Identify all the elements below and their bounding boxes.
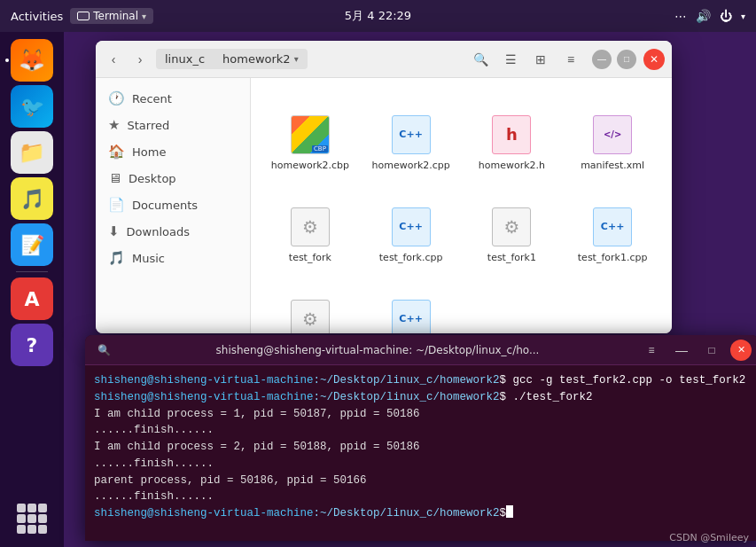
file-label: test_fork1.cpp [578,252,648,264]
system-menu-arrow[interactable]: ▾ [741,12,745,21]
recent-icon: 🕐 [108,90,125,106]
sidebar-item-music[interactable]: 🎵 Music [96,245,250,271]
sidebar-item-downloads[interactable]: ⬇ Downloads [96,218,250,245]
terminal-cursor [506,505,513,518]
file-manifest-xml[interactable]: </> manifest.xml [564,89,661,177]
rhythmbox-icon: 🎵 [20,188,44,210]
writer-icon: 📝 [20,234,44,256]
dock-item-firefox[interactable]: 🦊 [11,39,53,82]
documents-icon: 📄 [108,197,125,213]
file-label: manifest.xml [581,160,644,172]
sidebar-item-desktop[interactable]: 🖥 Desktop [96,165,250,191]
file-label: homework2.cpp [371,160,449,172]
file-test-fork2-cpp[interactable]: C++ test_fork2.cpp [362,273,460,333]
files-icon: 📁 [19,140,45,165]
network-icon[interactable]: ⋯ [674,9,687,23]
fm-maximize-button[interactable]: □ [617,50,636,69]
help-icon: ? [27,334,38,356]
cpp-file-icon-3: C++ [591,206,634,248]
file-homework2-cpp[interactable]: C++ homework2.cpp [362,89,460,177]
file-label: homework2.cbp [271,160,349,172]
file-test-fork-cpp[interactable]: C++ test_fork.cpp [362,181,460,270]
h-file-icon: h [490,113,533,156]
file-test-fork1-cpp[interactable]: C++ test_fork1.cpp [564,181,661,270]
fm-content: CBP homework2.cbp C++ homework2.cpp h ho… [251,78,672,333]
terminal-dropdown-arrow[interactable]: ▾ [142,12,146,21]
top-bar-right: ⋯ 🔊 ⏻ ▾ [674,9,745,23]
dock-item-help[interactable]: ? [11,324,53,366]
fm-view-list-button[interactable]: ☰ [498,47,523,72]
sidebar-item-documents[interactable]: 📄 Documents [96,191,250,218]
fm-back-button[interactable]: ‹ [103,49,124,70]
terminal-taskbar-item[interactable]: Terminal ▾ [70,8,153,24]
terminal-prompt-2: shisheng@shisheng-virtual-machine [94,389,314,406]
terminal-line-final: shisheng@shisheng-virtual-machine:~/Desk… [94,505,750,522]
term-search-button[interactable]: 🔍 [92,339,115,362]
file-test-fork[interactable]: ⚙ test_fork [261,181,359,270]
fm-search-button[interactable]: 🔍 [468,47,493,72]
activities-button[interactable]: Activities [11,10,63,23]
term-body[interactable]: shisheng@shisheng-virtual-machine:~/Desk… [85,365,756,541]
appcenter-icon: A [24,288,39,310]
fm-view-toggle-button[interactable]: ⊞ [528,47,553,72]
dock-item-thunderbird[interactable]: 🐦 [11,85,53,128]
terminal-output-4: ......finish...... [94,456,750,473]
top-bar-left: Activities Terminal ▾ [11,8,153,24]
xml-file-icon: </> [591,113,634,156]
apps-grid-icon [17,504,47,534]
fm-body: 🕐 Recent ★ Starred 🏠 Home 🖥 Desktop 📄 Do… [96,78,672,333]
breadcrumb-dropdown-icon[interactable]: ▾ [294,54,299,64]
term-minimize-button[interactable]: — [670,339,693,362]
cpp-file-icon-2: C++ [390,206,433,248]
terminal-output-3: I am child process = 2, pid = 50188, ppi… [94,439,750,456]
top-bar: Activities Terminal ▾ 5月 4 22:29 ⋯ 🔊 ⏻ ▾ [0,0,756,32]
starred-icon: ★ [108,117,120,133]
term-menu-button[interactable]: ≡ [640,339,663,362]
terminal-icon [77,12,90,20]
home-icon: 🏠 [108,144,125,160]
downloads-icon: ⬇ [108,223,120,239]
fm-breadcrumb-linux-c[interactable]: linux_c [156,49,214,69]
dock-item-writer[interactable]: 📝 [11,223,53,266]
firefox-icon: 🦊 [19,48,45,73]
thunderbird-icon: 🐦 [20,96,44,118]
dock-item-appcenter[interactable]: A [11,277,53,320]
music-icon: 🎵 [108,250,125,266]
file-test-fork2[interactable]: ⚙ test_fork2 [261,273,359,333]
fm-titlebar: ‹ › linux_c homework2 ▾ 🔍 ☰ ⊞ ≡ — □ ✕ [96,41,672,78]
term-close-button[interactable]: ✕ [730,340,752,361]
volume-icon[interactable]: 🔊 [696,9,711,23]
dock-item-files[interactable]: 📁 [11,131,53,174]
terminal-line-2: shisheng@shisheng-virtual-machine:~/Desk… [94,389,750,406]
sidebar-item-starred[interactable]: ★ Starred [96,112,250,138]
file-homework2-h[interactable]: h homework2.h [464,89,561,177]
fm-close-button[interactable]: ✕ [643,49,665,70]
power-icon[interactable]: ⏻ [720,9,732,23]
fm-breadcrumb-homework2[interactable]: homework2 ▾ [214,49,308,69]
dock-separator [16,271,48,272]
terminal-output-5: parent process, pid = 50186, ppid = 5016… [94,473,750,489]
terminal-line-1: shisheng@shisheng-virtual-machine:~/Desk… [94,372,750,389]
term-maximize-button[interactable]: □ [700,339,723,362]
fm-forward-button[interactable]: › [129,49,151,70]
desktop-icon: 🖥 [108,170,121,186]
generic-file-icon-2: ⚙ [490,206,533,248]
file-label: test_fork.cpp [379,252,443,264]
dock-show-apps[interactable] [11,497,53,540]
dock-item-rhythmbox[interactable]: 🎵 [11,177,53,220]
generic-file-icon-3: ⚙ [289,298,331,333]
terminal-prompt-1: shisheng@shisheng-virtual-machine [94,372,314,389]
cpp-file-icon: C++ [390,113,433,156]
file-test-fork1[interactable]: ⚙ test_fork1 [464,181,561,270]
fm-menu-button[interactable]: ≡ [558,47,583,72]
sidebar-item-recent[interactable]: 🕐 Recent [96,85,250,112]
file-homework2-cbp[interactable]: CBP homework2.cbp [261,89,359,177]
terminal-label: Terminal [93,10,138,22]
sidebar-item-home[interactable]: 🏠 Home [96,138,250,165]
file-manager-window: ‹ › linux_c homework2 ▾ 🔍 ☰ ⊞ ≡ — □ ✕ 🕐 … [96,41,672,333]
fm-minimize-button[interactable]: — [592,50,612,69]
file-label: test_fork [289,252,331,264]
terminal-prompt-final: shisheng@shisheng-virtual-machine [94,505,314,522]
top-bar-clock: 5月 4 22:29 [345,8,411,24]
generic-file-icon: ⚙ [289,206,331,248]
